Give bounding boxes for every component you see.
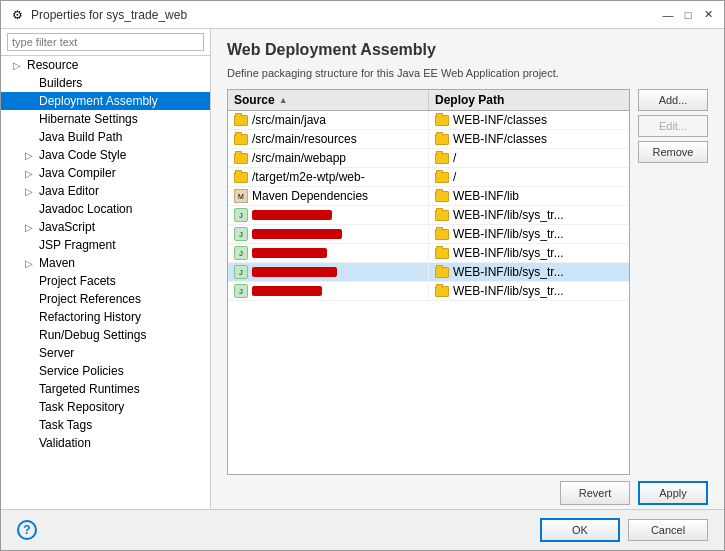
source-path: /target/m2e-wtp/web- bbox=[252, 170, 365, 184]
cell-source: M Maven Dependencies bbox=[228, 187, 429, 205]
sidebar-item-label: Targeted Runtimes bbox=[39, 382, 140, 396]
folder-icon bbox=[234, 172, 248, 183]
deploy-path: WEB-INF/lib/sys_tr... bbox=[453, 227, 564, 241]
sidebar-item-project-facets[interactable]: Project Facets bbox=[1, 272, 210, 290]
sidebar-item-javadoc-location[interactable]: Javadoc Location bbox=[1, 200, 210, 218]
jar-icon: J bbox=[234, 246, 248, 260]
sidebar-item-resource[interactable]: ▷ Resource bbox=[1, 56, 210, 74]
sidebar-item-javascript[interactable]: ▷ JavaScript bbox=[1, 218, 210, 236]
redacted-text bbox=[252, 229, 342, 239]
cancel-button[interactable]: Cancel bbox=[628, 519, 708, 541]
sidebar-item-label: Task Repository bbox=[39, 400, 124, 414]
sidebar-item-java-editor[interactable]: ▷ Java Editor bbox=[1, 182, 210, 200]
window-icon: ⚙ bbox=[9, 7, 25, 23]
arrow-icon: ▷ bbox=[25, 150, 37, 161]
cell-deploy: WEB-INF/classes bbox=[429, 111, 629, 129]
sidebar-item-label: Refactoring History bbox=[39, 310, 141, 324]
sidebar-item-label: JSP Fragment bbox=[39, 238, 115, 252]
minimize-button[interactable]: — bbox=[660, 7, 676, 23]
table-row[interactable]: /src/main/resources WEB-INF/classes bbox=[228, 130, 629, 149]
col-source-header[interactable]: Source ▲ bbox=[228, 90, 429, 110]
cell-deploy: / bbox=[429, 168, 629, 186]
table-row[interactable]: /target/m2e-wtp/web- / bbox=[228, 168, 629, 187]
sidebar-item-jsp-fragment[interactable]: JSP Fragment bbox=[1, 236, 210, 254]
table-row[interactable]: M Maven Dependencies WEB-INF/lib bbox=[228, 187, 629, 206]
cell-source: /src/main/java bbox=[228, 111, 429, 129]
sidebar-item-project-references[interactable]: Project References bbox=[1, 290, 210, 308]
window-controls: — □ ✕ bbox=[660, 7, 716, 23]
sidebar-item-java-build-path[interactable]: Java Build Path bbox=[1, 128, 210, 146]
edit-button[interactable]: Edit... bbox=[638, 115, 708, 137]
deploy-path: / bbox=[453, 151, 456, 165]
maximize-button[interactable]: □ bbox=[680, 7, 696, 23]
folder-icon bbox=[234, 134, 248, 145]
sidebar-item-service-policies[interactable]: Service Policies bbox=[1, 362, 210, 380]
window-title: Properties for sys_trade_web bbox=[31, 8, 660, 22]
sidebar-item-label: Hibernate Settings bbox=[39, 112, 138, 126]
table-header: Source ▲ Deploy Path bbox=[228, 90, 629, 111]
ok-button[interactable]: OK bbox=[540, 518, 620, 542]
jar-icon: J bbox=[234, 227, 248, 241]
folder-icon bbox=[234, 115, 248, 126]
side-buttons: Add... Edit... Remove bbox=[638, 89, 708, 475]
panel-description: Define packaging structure for this Java… bbox=[227, 67, 708, 79]
sidebar-item-hibernate-settings[interactable]: Hibernate Settings bbox=[1, 110, 210, 128]
deploy-path: / bbox=[453, 170, 456, 184]
cell-source: J bbox=[228, 282, 429, 300]
folder-icon bbox=[435, 191, 449, 202]
footer: ? OK Cancel bbox=[1, 509, 724, 550]
assembly-panel: Source ▲ Deploy Path /src/main/java bbox=[227, 89, 708, 509]
table-row[interactable]: /src/main/java WEB-INF/classes bbox=[228, 111, 629, 130]
source-path: /src/main/java bbox=[252, 113, 326, 127]
folder-icon bbox=[435, 153, 449, 164]
content-area: ▷ Resource Builders Deployment Assembly … bbox=[1, 29, 724, 509]
cell-deploy: WEB-INF/lib/sys_tr... bbox=[429, 244, 629, 262]
action-bar: Revert Apply bbox=[227, 475, 708, 509]
col-source-label: Source bbox=[234, 93, 275, 107]
sidebar-item-refactoring-history[interactable]: Refactoring History bbox=[1, 308, 210, 326]
assembly-table[interactable]: Source ▲ Deploy Path /src/main/java bbox=[227, 89, 630, 475]
table-row[interactable]: J WEB-INF/lib/sys_tr... bbox=[228, 206, 629, 225]
sidebar-item-targeted-runtimes[interactable]: Targeted Runtimes bbox=[1, 380, 210, 398]
sidebar-item-java-code-style[interactable]: ▷ Java Code Style bbox=[1, 146, 210, 164]
arrow-icon: ▷ bbox=[25, 186, 37, 197]
close-button[interactable]: ✕ bbox=[700, 7, 716, 23]
col-deploy-label: Deploy Path bbox=[435, 93, 504, 107]
help-icon[interactable]: ? bbox=[17, 520, 37, 540]
folder-icon bbox=[435, 115, 449, 126]
sidebar-item-server[interactable]: Server bbox=[1, 344, 210, 362]
sidebar-item-run-debug-settings[interactable]: Run/Debug Settings bbox=[1, 326, 210, 344]
search-input[interactable] bbox=[7, 33, 204, 51]
sidebar-item-validation[interactable]: Validation bbox=[1, 434, 210, 452]
sort-arrow-icon: ▲ bbox=[279, 95, 288, 105]
search-box bbox=[1, 29, 210, 56]
table-row[interactable]: /src/main/webapp / bbox=[228, 149, 629, 168]
table-row[interactable]: J WEB-INF/lib/sys_tr... bbox=[228, 225, 629, 244]
folder-icon bbox=[234, 153, 248, 164]
remove-button[interactable]: Remove bbox=[638, 141, 708, 163]
table-row[interactable]: J WEB-INF/lib/sys_tr... bbox=[228, 263, 629, 282]
sidebar: ▷ Resource Builders Deployment Assembly … bbox=[1, 29, 211, 509]
sidebar-item-deployment-assembly[interactable]: Deployment Assembly bbox=[1, 92, 210, 110]
sidebar-item-task-tags[interactable]: Task Tags bbox=[1, 416, 210, 434]
sidebar-item-task-repository[interactable]: Task Repository bbox=[1, 398, 210, 416]
arrow-icon: ▷ bbox=[25, 168, 37, 179]
sidebar-item-java-compiler[interactable]: ▷ Java Compiler bbox=[1, 164, 210, 182]
revert-button[interactable]: Revert bbox=[560, 481, 630, 505]
folder-icon bbox=[435, 134, 449, 145]
source-path: /src/main/resources bbox=[252, 132, 357, 146]
sidebar-item-label: Project Facets bbox=[39, 274, 116, 288]
apply-button[interactable]: Apply bbox=[638, 481, 708, 505]
table-row[interactable]: J WEB-INF/lib/sys_tr... bbox=[228, 282, 629, 301]
deploy-path: WEB-INF/lib bbox=[453, 189, 519, 203]
cell-source: J bbox=[228, 206, 429, 224]
folder-icon bbox=[435, 210, 449, 221]
sidebar-item-label: Resource bbox=[27, 58, 78, 72]
sidebar-item-maven[interactable]: ▷ Maven bbox=[1, 254, 210, 272]
sidebar-item-builders[interactable]: Builders bbox=[1, 74, 210, 92]
table-row[interactable]: J WEB-INF/lib/sys_tr... bbox=[228, 244, 629, 263]
panel-with-buttons: Source ▲ Deploy Path /src/main/java bbox=[227, 89, 708, 475]
redacted-text bbox=[252, 286, 322, 296]
sidebar-item-label: Server bbox=[39, 346, 74, 360]
add-button[interactable]: Add... bbox=[638, 89, 708, 111]
